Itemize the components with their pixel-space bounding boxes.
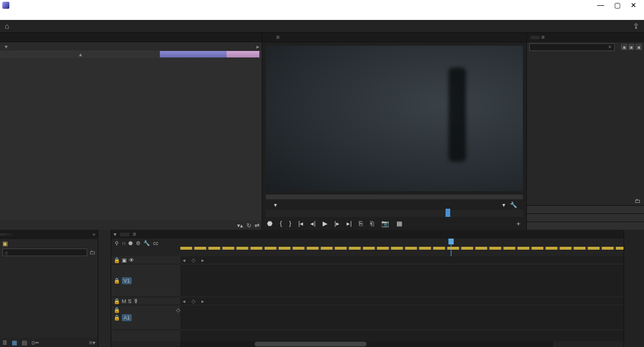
- track-target-a1[interactable]: A1: [122, 314, 132, 321]
- ec-filter-icon[interactable]: ▾▴: [237, 222, 243, 229]
- track-voice-icon[interactable]: 🎙: [133, 298, 139, 304]
- sort-icon[interactable]: ≡▾: [89, 339, 95, 346]
- ec-fx-icon[interactable]: ↻: [246, 222, 251, 229]
- window-titlebar: — ▢ ✕: [0, 0, 644, 10]
- minimize-button[interactable]: —: [592, 1, 609, 9]
- ec-mini-clip-next: [227, 51, 259, 57]
- program-scrub-mini[interactable]: [266, 195, 523, 199]
- goto-in-icon[interactable]: |◂: [298, 220, 303, 227]
- effects-panel: ≡ × ▣ ▣ ▣ 🗀: [527, 33, 644, 230]
- cc-icon[interactable]: cc: [153, 240, 158, 246]
- track-lock-icon[interactable]: 🔒: [114, 257, 120, 263]
- effect-controls-panel: ▾ ▸ ▴ ▾▴ ↻ ⇄: [0, 42, 262, 230]
- kf-add-icon[interactable]: ◇: [191, 257, 196, 263]
- kf-next2-icon[interactable]: ▸: [201, 298, 204, 304]
- effects-search-input[interactable]: [529, 43, 615, 51]
- timeline-ruler[interactable]: [180, 239, 624, 256]
- chip-graphics[interactable]: [527, 205, 644, 213]
- track-sync-icon[interactable]: 👁: [129, 257, 134, 263]
- export-icon[interactable]: ⇪: [633, 22, 639, 30]
- list-view-icon[interactable]: ≣: [2, 339, 7, 346]
- mix-keyframe-icon[interactable]: ◇: [176, 307, 180, 313]
- program-ruler[interactable]: [266, 210, 523, 217]
- program-monitor: ≡ ▾ ▾ 🔧 ⬣ { } |◂ ◂| ▶ |▸ ▸| ⎘ ⎗ 📷 ▦: [262, 33, 527, 230]
- project-bin-icon: ▣: [2, 240, 8, 247]
- program-viewport[interactable]: [266, 46, 523, 191]
- home-icon[interactable]: ⌂: [5, 22, 9, 30]
- fx-badge-2-icon[interactable]: ▣: [629, 44, 635, 50]
- program-zoom[interactable]: ▾: [274, 202, 277, 208]
- track-lock-a1[interactable]: 🔒: [114, 315, 120, 321]
- timeline-zoom-scroll[interactable]: [180, 341, 553, 347]
- ec-bypass-icon[interactable]: ⇄: [255, 222, 259, 229]
- zoom-slider[interactable]: o━: [32, 339, 39, 346]
- track-solo-icon[interactable]: S: [128, 298, 132, 304]
- add-marker-icon[interactable]: ⬣: [267, 220, 273, 227]
- step-fwd-icon[interactable]: |▸: [334, 220, 340, 227]
- button-editor-icon[interactable]: ＋: [515, 219, 522, 228]
- linked-sel-icon[interactable]: ∩: [122, 240, 125, 246]
- marker-icon[interactable]: ⬣: [128, 240, 133, 246]
- tab-sequence[interactable]: [120, 233, 129, 236]
- close-button[interactable]: ✕: [625, 1, 642, 9]
- app-icon: [2, 2, 9, 9]
- track-v2-toggle-icon[interactable]: ▣: [122, 257, 127, 263]
- kf-next-icon[interactable]: ▸: [201, 257, 204, 263]
- icon-view-icon[interactable]: ▦: [12, 339, 17, 346]
- lift-icon[interactable]: ⎘: [359, 220, 363, 227]
- track-mute-icon[interactable]: M: [122, 298, 126, 304]
- ec-mini-timeline[interactable]: [160, 51, 259, 57]
- step-back-icon[interactable]: ◂|: [310, 220, 316, 227]
- chip-sound[interactable]: [527, 213, 644, 222]
- settings-icon[interactable]: ⚙: [136, 240, 141, 246]
- play-icon[interactable]: ▶: [323, 220, 327, 227]
- track-lock-v1[interactable]: 🔒: [114, 278, 120, 284]
- project-panel: » ▣ 🗀 ≣ ▦ ▤ o━ ≡▾: [0, 230, 98, 347]
- snap-icon[interactable]: ⚲: [115, 240, 119, 246]
- extract-icon[interactable]: ⎗: [370, 220, 374, 227]
- maximize-button[interactable]: ▢: [609, 1, 625, 9]
- panel-menu-icon[interactable]: »: [90, 232, 98, 237]
- goto-out-icon[interactable]: ▸|: [347, 220, 352, 227]
- timeline-panel: ▾≡ ⚲ ∩ ⬣ ⚙ 🔧 cc: [111, 230, 624, 347]
- track-lock-a-icon[interactable]: 🔒: [114, 298, 120, 304]
- program-playhead[interactable]: [446, 209, 450, 217]
- fx-badge-3-icon[interactable]: ▣: [636, 44, 642, 50]
- project-empty-hint[interactable]: [0, 257, 98, 338]
- project-search-input[interactable]: [2, 249, 87, 256]
- source-panel-tabs: [0, 33, 262, 42]
- workspace-switcher: ⌂ ⇪: [0, 20, 644, 33]
- clear-search-icon[interactable]: ×: [608, 44, 611, 50]
- main-menu: [0, 10, 644, 20]
- kf-prev-icon[interactable]: ◂: [183, 257, 186, 263]
- work-area-bar[interactable]: [180, 247, 624, 250]
- ec-mini-clip: [160, 51, 227, 57]
- freeform-view-icon[interactable]: ▤: [22, 339, 27, 346]
- wrench2-icon[interactable]: 🔧: [143, 240, 150, 246]
- mark-in-icon[interactable]: {: [280, 220, 282, 227]
- new-bin-icon[interactable]: 🗀: [635, 198, 640, 205]
- mark-out-icon[interactable]: }: [289, 220, 292, 227]
- track-lock-mix[interactable]: 🔒: [114, 307, 120, 313]
- export-frame-icon[interactable]: 📷: [381, 220, 389, 227]
- chip-lumetri[interactable]: [527, 222, 644, 230]
- tab-effects[interactable]: [530, 36, 540, 39]
- tab-project[interactable]: [0, 233, 6, 236]
- program-fit-dropdown[interactable]: ▾: [502, 202, 505, 208]
- track-target-v1[interactable]: V1: [122, 277, 132, 284]
- tab-project-editing[interactable]: [6, 233, 12, 236]
- kf-add2-icon[interactable]: ◇: [191, 298, 196, 304]
- project-filter-icon[interactable]: 🗀: [90, 249, 95, 256]
- timeline-tools: [98, 230, 111, 347]
- comparison-icon[interactable]: ▦: [396, 220, 402, 227]
- fx-badge-1-icon[interactable]: ▣: [621, 44, 627, 50]
- wrench-icon[interactable]: 🔧: [510, 202, 517, 208]
- kf-prev2-icon[interactable]: ◂: [183, 298, 186, 304]
- program-transport: ⬣ { } |◂ ◂| ▶ |▸ ▸| ⎘ ⎗ 📷 ▦ ＋: [262, 217, 526, 230]
- audio-meters: [624, 230, 644, 347]
